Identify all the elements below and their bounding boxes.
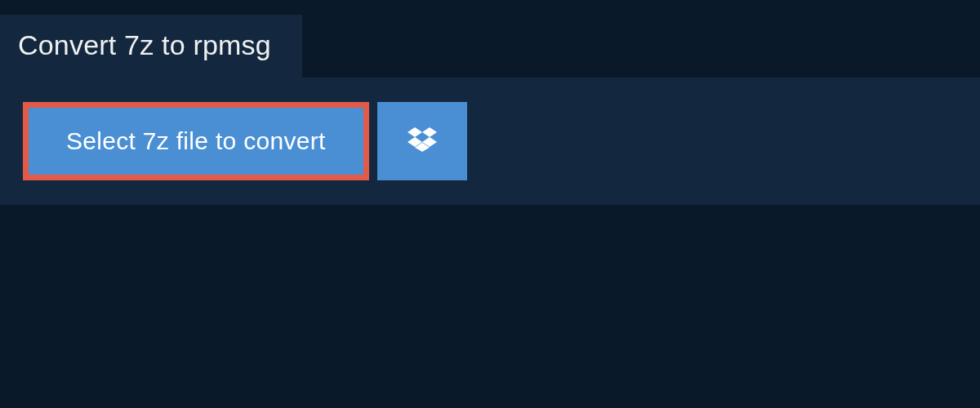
button-row: Select 7z file to convert	[23, 102, 957, 180]
select-file-label: Select 7z file to convert	[66, 127, 326, 155]
dropbox-icon	[408, 125, 437, 157]
select-file-button[interactable]: Select 7z file to convert	[23, 102, 369, 180]
main-panel: Select 7z file to convert	[0, 78, 980, 205]
dropbox-button[interactable]	[377, 102, 467, 180]
tab-header: Convert 7z to rpmsg	[0, 15, 302, 78]
page-title: Convert 7z to rpmsg	[18, 29, 271, 61]
